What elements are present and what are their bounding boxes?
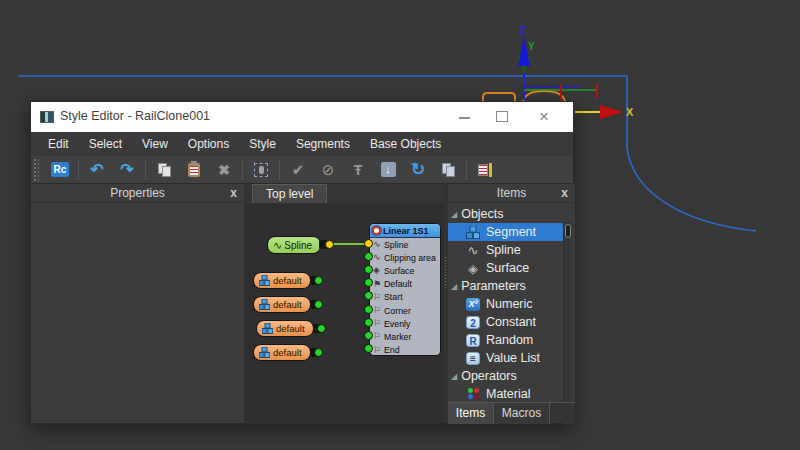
node-canvas[interactable]: ∿ Spline Linear 1S1 ∿Spline ∿Clipping ar… xyxy=(244,203,444,423)
tree-category-parameters[interactable]: ◢Parameters xyxy=(448,277,563,295)
axis-x-arrow[interactable] xyxy=(600,105,623,119)
input-row-surface[interactable]: ◈Surface xyxy=(370,264,440,277)
gen-port-marker[interactable] xyxy=(364,331,373,340)
app-icon xyxy=(40,111,54,123)
tree-item-value-list[interactable]: ≡Value List xyxy=(448,349,563,367)
tree-item-random[interactable]: RRandom xyxy=(448,331,563,349)
input-row-default[interactable]: ⚑Default xyxy=(370,278,440,291)
logo-letter-r-top xyxy=(483,93,515,101)
gen-port-corner[interactable] xyxy=(364,305,373,314)
style-editor-window: Style Editor - RailClone001 × Edit Selec… xyxy=(30,101,574,424)
select-marquee-icon[interactable] xyxy=(252,160,271,179)
close-button[interactable]: × xyxy=(529,102,559,132)
segment-icon xyxy=(465,225,481,239)
tree-item-surface[interactable]: ◈Surface xyxy=(448,259,563,277)
items-scrollbar[interactable] xyxy=(563,222,572,424)
spline-node-label: Spline xyxy=(284,240,312,251)
refresh-icon[interactable]: ↻ xyxy=(409,160,428,179)
tree-item-constant[interactable]: 2Constant xyxy=(448,313,563,331)
gen-port-end[interactable] xyxy=(364,344,373,353)
segment-cubes-icon xyxy=(259,299,270,310)
tab-items[interactable]: Items xyxy=(448,403,494,424)
paste-icon[interactable] xyxy=(185,160,204,179)
segment-node-3[interactable]: default xyxy=(256,320,314,337)
expand-triangle-icon[interactable]: ◢ xyxy=(451,372,457,381)
expand-triangle-icon[interactable]: ◢ xyxy=(451,210,457,219)
items-panel: ◢Objects Segment ∿Spline ◈Surface ◢Param… xyxy=(448,203,575,423)
notes-icon[interactable] xyxy=(476,160,495,179)
tree-item-spline[interactable]: ∿Spline xyxy=(448,241,563,259)
numeric-icon: X² xyxy=(466,298,480,311)
menu-options[interactable]: Options xyxy=(178,132,239,156)
railclone-logo-icon[interactable]: Rc xyxy=(51,160,70,179)
menu-segments[interactable]: Segments xyxy=(286,132,360,156)
gen-port-spline[interactable] xyxy=(364,239,373,248)
input-row-spline[interactable]: ∿Spline xyxy=(370,238,440,251)
tree-item-segment[interactable]: Segment xyxy=(448,223,563,241)
generator-icon xyxy=(372,226,381,235)
tab-top-level[interactable]: Top level xyxy=(252,184,327,203)
gen-port-clipping[interactable] xyxy=(364,252,373,261)
segment-3-port[interactable] xyxy=(317,324,326,333)
generator-node[interactable]: Linear 1S1 ∿Spline ∿Clipping area ◈Surfa… xyxy=(369,223,441,356)
editor-main: Properties x ◂ ◂ Top level xyxy=(31,184,573,423)
input-row-evenly[interactable]: ⚐Evenly xyxy=(370,317,440,330)
segment-node-4[interactable]: default xyxy=(253,344,311,361)
input-row-marker[interactable]: ⚐Marker xyxy=(370,330,440,343)
segment-node-2[interactable]: default xyxy=(253,296,311,313)
scrollbar-thumb[interactable] xyxy=(565,224,571,238)
pin-top-icon[interactable]: Ŧ xyxy=(349,160,368,179)
input-row-clipping-area[interactable]: ∿Clipping area xyxy=(370,251,440,264)
gen-port-evenly[interactable] xyxy=(364,318,373,327)
redo-icon[interactable]: ↷ xyxy=(118,160,137,179)
segment-node-1[interactable]: default xyxy=(253,272,311,289)
axis-z-label: Z xyxy=(519,24,526,36)
menubar: Edit Select View Options Style Segments … xyxy=(31,132,573,156)
canvas-tabstrip: Top level xyxy=(248,184,444,203)
minimize-button[interactable] xyxy=(449,102,479,132)
segment-4-port[interactable] xyxy=(314,348,323,357)
tree-item-numeric[interactable]: X²Numeric xyxy=(448,295,563,313)
properties-title: Properties xyxy=(31,184,244,203)
surface-icon: ◈ xyxy=(465,261,481,275)
toolbar-grip[interactable] xyxy=(33,158,39,182)
apply-check-icon[interactable]: ✔ xyxy=(289,160,308,179)
undo-icon[interactable]: ↶ xyxy=(88,160,107,179)
expand-triangle-icon[interactable]: ◢ xyxy=(451,282,457,291)
gen-port-start[interactable] xyxy=(364,291,373,300)
tree-category-objects[interactable]: ◢Objects xyxy=(448,205,563,223)
titlebar[interactable]: Style Editor - RailClone001 × xyxy=(31,102,573,132)
segment-1-port[interactable] xyxy=(314,276,323,285)
segment-2-port[interactable] xyxy=(314,300,323,309)
menu-edit[interactable]: Edit xyxy=(38,132,79,156)
spline-node[interactable]: ∿ Spline xyxy=(267,236,321,254)
menu-view[interactable]: View xyxy=(132,132,178,156)
disable-icon[interactable]: ⊘ xyxy=(319,160,338,179)
input-row-corner[interactable]: ⚐Corner xyxy=(370,304,440,317)
gen-port-surface[interactable] xyxy=(364,265,373,274)
items-header[interactable]: Items x xyxy=(448,184,575,203)
generator-header[interactable]: Linear 1S1 xyxy=(370,224,440,238)
menu-style[interactable]: Style xyxy=(239,132,286,156)
logo-letter-c-top xyxy=(523,91,565,101)
drop-box-icon[interactable]: ↓ xyxy=(379,160,398,179)
gen-port-default[interactable] xyxy=(364,278,373,287)
menu-base-objects[interactable]: Base Objects xyxy=(360,132,451,156)
value-list-icon: ≡ xyxy=(466,352,480,365)
maximize-button[interactable] xyxy=(487,102,517,132)
input-row-end[interactable]: ⚐End xyxy=(370,344,440,357)
input-row-start[interactable]: ⚐Start xyxy=(370,291,440,304)
export-icon[interactable] xyxy=(439,160,458,179)
tree-category-operators[interactable]: ◢Operators xyxy=(448,367,563,385)
delete-icon[interactable]: ✖ xyxy=(215,160,234,179)
spline-output-port[interactable] xyxy=(325,240,334,249)
tree-item-material[interactable]: Material xyxy=(448,385,563,403)
tab-macros[interactable]: Macros xyxy=(494,403,550,424)
copy-icon[interactable] xyxy=(155,160,174,179)
menu-select[interactable]: Select xyxy=(79,132,132,156)
items-close-icon[interactable]: x xyxy=(561,184,568,202)
screen: Y Z X Style Editor - RailClone001 × Edit… xyxy=(0,0,800,450)
properties-header[interactable]: Properties x xyxy=(31,184,244,203)
spline-icon: ∿ xyxy=(465,243,481,257)
properties-close-icon[interactable]: x xyxy=(230,184,237,202)
